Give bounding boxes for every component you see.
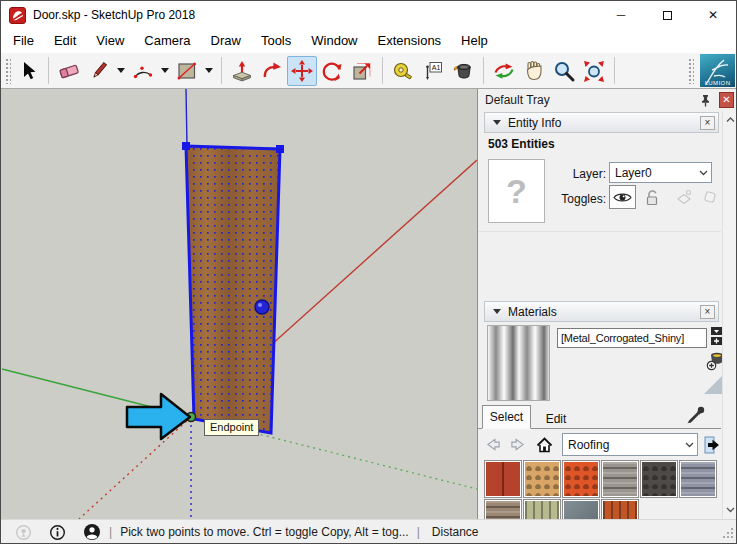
viewport[interactable]: Endpoint: [1, 89, 477, 519]
minimize-button[interactable]: ─: [598, 1, 644, 29]
resize-grip[interactable]: [723, 524, 734, 542]
material-name-field[interactable]: [Metal_Corrogated_Shiny]: [557, 328, 707, 348]
menu-window[interactable]: Window: [301, 29, 367, 53]
door-group[interactable]: [182, 142, 284, 433]
eraser-tool-button[interactable]: [54, 56, 84, 86]
tape-measure-tool-button[interactable]: [388, 56, 418, 86]
material-swatch[interactable]: [523, 499, 561, 519]
rectangle-icon: [175, 59, 199, 83]
tab-select[interactable]: Select: [482, 405, 531, 429]
selection-handle: [182, 142, 190, 150]
rotate-tool-button[interactable]: [317, 56, 347, 86]
toolbar-grip[interactable]: [688, 58, 694, 84]
menu-file[interactable]: File: [3, 29, 44, 53]
pencil-icon: [87, 59, 111, 83]
sample-paint-button[interactable]: [686, 403, 708, 429]
push-pull-tool-button[interactable]: [227, 56, 257, 86]
sketchup-window: Door.skp - SketchUp Pro 2018 ─ ✕ File Ed…: [0, 0, 737, 544]
model-scene: [1, 89, 477, 519]
sign-in-button[interactable]: [83, 523, 101, 541]
menu-help[interactable]: Help: [451, 29, 498, 53]
rectangle-tool-button[interactable]: [172, 56, 202, 86]
scale-tool-button[interactable]: [347, 56, 377, 86]
material-swatch[interactable]: [523, 460, 561, 498]
material-swatch[interactable]: [601, 499, 639, 519]
menu-tools[interactable]: Tools: [251, 29, 301, 53]
close-button[interactable]: ✕: [690, 1, 736, 29]
material-swatch-grid: [484, 460, 721, 519]
orbit-tool-button[interactable]: [489, 56, 519, 86]
material-swatch[interactable]: [679, 460, 717, 498]
zoom-tool-button[interactable]: [549, 56, 579, 86]
scroll-down-button[interactable]: [723, 502, 737, 518]
material-preview[interactable]: [487, 325, 550, 401]
in-model-button[interactable]: [535, 436, 554, 454]
arc-tool-button[interactable]: [128, 56, 158, 86]
menu-view[interactable]: View: [86, 29, 134, 53]
line-tool-button[interactable]: [84, 56, 114, 86]
collapse-triangle-icon: [493, 120, 501, 125]
tab-edit[interactable]: Edit: [534, 409, 578, 429]
toggle-visible-button[interactable]: [609, 185, 636, 209]
material-swatch[interactable]: [484, 460, 522, 498]
pin-button[interactable]: [698, 93, 713, 108]
zoom-extents-tool-button[interactable]: [579, 56, 609, 86]
chevron-down-icon: [205, 68, 213, 73]
menu-draw[interactable]: Draw: [201, 29, 251, 53]
details-button[interactable]: [703, 435, 721, 455]
toggle-lock-button[interactable]: [640, 187, 664, 207]
paint-bucket-tool-button[interactable]: [448, 56, 478, 86]
materials-title: Materials: [508, 305, 700, 319]
follow-me-tool-button[interactable]: [257, 56, 287, 86]
scroll-up-button[interactable]: [723, 112, 737, 128]
material-swatch[interactable]: [562, 499, 600, 519]
credits-button[interactable]: [49, 524, 66, 541]
maximize-button[interactable]: [644, 1, 690, 29]
select-tool-button[interactable]: [13, 56, 43, 86]
materials-header[interactable]: Materials ×: [484, 301, 719, 322]
chevron-down-icon: [726, 507, 735, 513]
material-swatch[interactable]: [484, 499, 522, 519]
entity-info-close-button[interactable]: ×: [700, 116, 715, 130]
tray-header: Default Tray ✕: [478, 89, 737, 111]
close-icon: ✕: [722, 94, 730, 105]
door-knob[interactable]: [255, 300, 269, 314]
tape-measure-icon: [391, 59, 415, 83]
materials-close-button[interactable]: ×: [700, 305, 715, 319]
chevron-down-icon: [117, 68, 125, 73]
measurement-label: Distance: [432, 525, 479, 539]
pan-tool-button[interactable]: [519, 56, 549, 86]
material-swatch[interactable]: [640, 460, 678, 498]
collection-dropdown[interactable]: Roofing: [562, 433, 698, 456]
toggle-receive-shadows-icon: [672, 187, 696, 207]
line-tool-dropdown[interactable]: [114, 56, 128, 86]
back-arrow-icon: [485, 437, 502, 452]
zoom-extents-icon: [582, 59, 606, 83]
material-swatch[interactable]: [562, 460, 600, 498]
text-tool-button[interactable]: A1: [418, 56, 448, 86]
menu-edit[interactable]: Edit: [44, 29, 86, 53]
menu-camera[interactable]: Camera: [134, 29, 200, 53]
eyedropper-icon: [686, 403, 708, 425]
tray-scrollbar[interactable]: [722, 111, 737, 519]
back-button[interactable]: [485, 437, 502, 452]
material-swatch[interactable]: [601, 460, 639, 498]
geolocation-button[interactable]: [15, 524, 32, 541]
chevron-up-icon: [726, 117, 735, 123]
toolbar-grip[interactable]: [5, 58, 11, 84]
arc-tool-dropdown[interactable]: [158, 56, 172, 86]
menu-extensions[interactable]: Extensions: [368, 29, 452, 53]
tray-close-button[interactable]: ✕: [719, 92, 734, 108]
lumion-extension-button[interactable]: LUMION: [700, 54, 735, 87]
title-bar: Door.skp - SketchUp Pro 2018 ─ ✕: [1, 1, 736, 29]
toolbar-separator: [614, 57, 615, 84]
forward-arrow-icon: [509, 437, 526, 452]
chevron-down-icon: [161, 68, 169, 73]
toolbar-separator: [483, 57, 484, 84]
forward-button[interactable]: [509, 437, 526, 452]
move-tool-button[interactable]: [287, 56, 317, 86]
chevron-down-icon: [681, 442, 697, 448]
entity-info-header[interactable]: Entity Info ×: [484, 112, 719, 133]
layer-dropdown[interactable]: Layer0: [609, 162, 712, 183]
rectangle-tool-dropdown[interactable]: [202, 56, 216, 86]
